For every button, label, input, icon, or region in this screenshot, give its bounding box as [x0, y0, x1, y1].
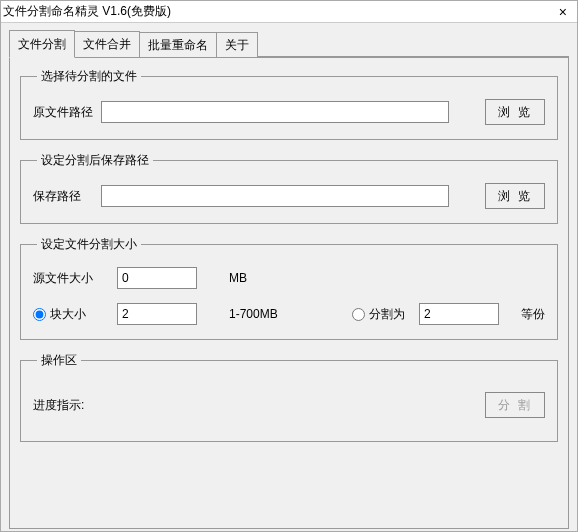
group-split-size: 设定文件分割大小 源文件大小 MB 块大小 1-700MB 分割为	[20, 236, 558, 340]
chunk-radio-label: 块大小	[50, 306, 86, 323]
browse-save-button[interactable]: 浏 览	[485, 183, 545, 209]
group-select-legend: 选择待分割的文件	[37, 68, 141, 85]
group-op-legend: 操作区	[37, 352, 81, 369]
src-path-input[interactable]	[101, 101, 449, 123]
parts-radio-label: 分割为	[369, 306, 405, 323]
tab-batch-rename[interactable]: 批量重命名	[139, 32, 217, 57]
tab-file-split[interactable]: 文件分割	[9, 30, 75, 58]
parts-radio[interactable]: 分割为	[352, 306, 405, 323]
title-bar: 文件分割命名精灵 V1.6(免费版) ×	[1, 1, 577, 23]
group-save-path: 设定分割后保存路径 保存路径 浏 览	[20, 152, 558, 224]
client-area: 文件分割 文件合并 批量重命名 关于 选择待分割的文件 原文件路径 浏 览 设定…	[1, 23, 577, 532]
group-select-file: 选择待分割的文件 原文件路径 浏 览	[20, 68, 558, 140]
progress-label: 进度指示:	[33, 397, 84, 414]
group-save-legend: 设定分割后保存路径	[37, 152, 153, 169]
window-title: 文件分割命名精灵 V1.6(免费版)	[3, 3, 171, 20]
chunk-size-input[interactable]	[117, 303, 197, 325]
src-size-unit: MB	[229, 271, 247, 285]
group-operation: 操作区 进度指示: 分 割	[20, 352, 558, 442]
src-size-label: 源文件大小	[33, 270, 109, 287]
tab-about[interactable]: 关于	[216, 32, 258, 57]
split-button[interactable]: 分 割	[485, 392, 545, 418]
save-path-input[interactable]	[101, 185, 449, 207]
src-size-value	[117, 267, 197, 289]
tab-panel: 选择待分割的文件 原文件路径 浏 览 设定分割后保存路径 保存路径 浏 览 设定…	[9, 57, 569, 529]
browse-src-button[interactable]: 浏 览	[485, 99, 545, 125]
close-icon[interactable]: ×	[555, 4, 571, 20]
tab-strip: 文件分割 文件合并 批量重命名 关于	[9, 33, 569, 57]
tab-file-merge[interactable]: 文件合并	[74, 31, 140, 57]
parts-count-input[interactable]	[419, 303, 499, 325]
parts-unit: 等份	[521, 306, 545, 323]
chunk-radio[interactable]: 块大小	[33, 306, 109, 323]
chunk-radio-input[interactable]	[33, 308, 46, 321]
chunk-range: 1-700MB	[229, 307, 299, 321]
save-path-label: 保存路径	[33, 188, 93, 205]
src-path-label: 原文件路径	[33, 104, 93, 121]
group-size-legend: 设定文件分割大小	[37, 236, 141, 253]
parts-radio-input[interactable]	[352, 308, 365, 321]
